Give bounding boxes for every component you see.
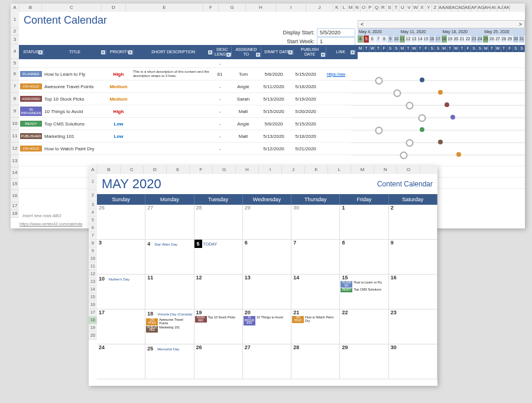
col-L[interactable]: L <box>341 4 348 12</box>
col-AJ[interactable]: AJ <box>497 4 504 12</box>
filter-icon[interactable]: ▾ <box>208 50 212 54</box>
filter-icon[interactable]: ▾ <box>101 50 105 54</box>
col-B[interactable]: B <box>20 4 42 12</box>
calendar-day[interactable]: 27 <box>145 205 194 239</box>
calendar-day[interactable]: 29 <box>340 344 388 379</box>
header-publish-date[interactable]: PUBLISH DATE▾ <box>294 47 326 57</box>
col-AB[interactable]: AB <box>445 4 452 12</box>
col-R[interactable]: R <box>380 4 387 12</box>
calendar-day[interactable]: 20IN PROGR ESS10 Things to Avoid <box>243 309 291 344</box>
col-D[interactable]: D <box>102 4 126 12</box>
col-V[interactable]: V <box>406 4 413 12</box>
col-AD[interactable]: AD <box>458 4 465 12</box>
link-cell[interactable]: https://ww <box>322 72 351 77</box>
calendar-day[interactable]: 8 <box>340 240 388 274</box>
col-AG[interactable]: AG <box>478 4 484 12</box>
calendar-day[interactable]: 19ASSIG NEDTop 10 Stock Picks <box>194 309 243 344</box>
header-title[interactable]: TITLE▾ <box>44 49 106 55</box>
header-link[interactable]: LINK▾ <box>326 49 356 55</box>
header-priority[interactable]: PRIORITY▾ <box>106 49 134 55</box>
col-M[interactable]: M <box>348 4 354 12</box>
table-row[interactable]: PUBLISHEDMarketing 101Low-Matt5/13/20205… <box>19 130 525 143</box>
col-I[interactable]: I <box>276 4 306 12</box>
col-X[interactable]: X <box>419 4 426 12</box>
table-row[interactable]: ON HOLDHow to Watch Paint Dry-5/12/20205… <box>19 143 525 155</box>
header-status[interactable]: STATUS▾ <box>19 49 44 55</box>
col-E[interactable]: E <box>126 4 203 12</box>
calendar-item[interactable]: READYTop CMS Solutions <box>340 288 387 292</box>
calendar-day[interactable]: 26 <box>97 205 145 239</box>
footer-link[interactable]: https://www.vertex42.com/calenda <box>19 222 82 226</box>
col-AH[interactable]: AH <box>484 4 491 12</box>
calendar-day[interactable]: 28 <box>291 344 340 379</box>
calendar-item[interactable]: PLANN EDHow to Learn to Fly <box>340 281 387 288</box>
calendar-day[interactable]: 10Mother's Day <box>97 275 145 309</box>
header-assigned-to[interactable]: ASSIGNED TO▾ <box>232 47 261 57</box>
link-cell[interactable] <box>322 86 351 87</box>
link-cell[interactable] <box>322 98 351 99</box>
calendar-day[interactable]: 18Victoria Day (Canada)ON HOLDAwesome Tr… <box>145 309 194 344</box>
link-cell[interactable] <box>322 111 351 112</box>
col-J[interactable]: J <box>306 4 333 12</box>
scroll-right-icon[interactable]: > <box>519 21 522 27</box>
table-row[interactable]: IN PROGRESS10 Things to AvoidHigh-Matt5/… <box>19 105 525 118</box>
link-cell[interactable] <box>322 123 351 124</box>
calendar-item[interactable]: ASSIG NEDTop 10 Stock Picks <box>195 316 242 323</box>
calendar-item[interactable]: IN PROGR ESS10 Things to Avoid <box>244 316 290 325</box>
col-AK[interactable]: AK <box>504 4 510 12</box>
calendar-day[interactable]: 28 <box>194 205 243 239</box>
header-draft-date[interactable]: DRAFT DATE▾ <box>261 49 294 55</box>
header-desc-length[interactable]: DESC LENGTH▾ <box>213 47 232 57</box>
scroll-left-icon[interactable]: < <box>361 21 364 27</box>
filter-icon[interactable]: ▾ <box>321 53 325 57</box>
filter-icon[interactable]: ▾ <box>128 50 132 54</box>
col-P[interactable]: P <box>367 4 374 12</box>
link-cell[interactable] <box>322 148 351 149</box>
calendar-day[interactable]: 6 <box>243 240 291 274</box>
calendar-day[interactable]: 30 <box>389 344 437 379</box>
col-A[interactable]: A <box>11 4 20 12</box>
calendar-day[interactable]: 22 <box>340 309 388 344</box>
col-G[interactable]: G <box>219 4 246 12</box>
calendar-day[interactable]: 3 <box>97 240 145 274</box>
table-row[interactable]: ON HOLDAwesome Travel PointsMedium-Angie… <box>19 80 525 93</box>
col-AE[interactable]: AE <box>465 4 471 12</box>
calendar-day[interactable]: 29 <box>243 205 291 239</box>
calendar-day[interactable]: 25Memorial Day <box>145 344 194 379</box>
filter-icon[interactable]: ▾ <box>288 50 293 54</box>
calendar-item[interactable]: ON HOLDHow to Watch Paint Dry <box>292 316 339 323</box>
col-Z[interactable]: Z <box>432 4 439 12</box>
calendar-day[interactable]: 13 <box>243 275 291 309</box>
calendar-day[interactable]: 23 <box>389 309 437 344</box>
calendar-day[interactable]: 5TODAY <box>194 240 243 274</box>
col-AC[interactable]: AC <box>452 4 458 12</box>
table-row[interactable]: PLANNEDHow to Learn to FlyHighThis is a … <box>19 68 525 80</box>
display-start-value[interactable]: 5/5/2020 <box>317 28 355 37</box>
link-cell[interactable] <box>322 136 351 137</box>
calendar-day[interactable]: 4Star Wars Day <box>145 240 194 274</box>
start-week-value[interactable]: 1 <box>317 37 355 46</box>
col-F[interactable]: F <box>203 4 219 12</box>
calendar-day[interactable]: 7 <box>291 240 340 274</box>
calendar-day[interactable]: 1 <box>340 205 388 239</box>
col-K[interactable]: K <box>333 4 341 12</box>
col-C[interactable]: C <box>42 4 102 12</box>
calendar-item[interactable]: PUBLIS HEDMarketing 101 <box>146 326 193 333</box>
calendar-day[interactable]: 21ON HOLDHow to Watch Paint Dry <box>291 309 340 344</box>
calendar-day[interactable]: 16 <box>389 275 437 309</box>
calendar-day[interactable]: 11 <box>145 275 194 309</box>
filter-icon[interactable]: ▾ <box>226 53 231 57</box>
calendar-day[interactable]: 9 <box>389 240 437 274</box>
filter-icon[interactable]: ▾ <box>38 50 43 54</box>
calendar-day[interactable]: 27 <box>243 344 291 379</box>
filter-icon[interactable]: ▾ <box>256 53 260 57</box>
table-row[interactable]: READYTop CMS SolutionsLow-Angie5/8/20205… <box>19 118 525 130</box>
calendar-day[interactable]: 24 <box>97 344 145 379</box>
calendar-item[interactable]: ON HOLDAwesome Travel Points <box>146 318 193 325</box>
col-O[interactable]: O <box>361 4 367 12</box>
col-AA[interactable]: AA <box>439 4 445 12</box>
col-AI[interactable]: AI <box>491 4 497 12</box>
col-S[interactable]: S <box>387 4 393 12</box>
col-AF[interactable]: AF <box>471 4 478 12</box>
table-row[interactable]: ASSIGNEDTop 10 Stock PicksMedium-Sarah5/… <box>19 93 525 105</box>
